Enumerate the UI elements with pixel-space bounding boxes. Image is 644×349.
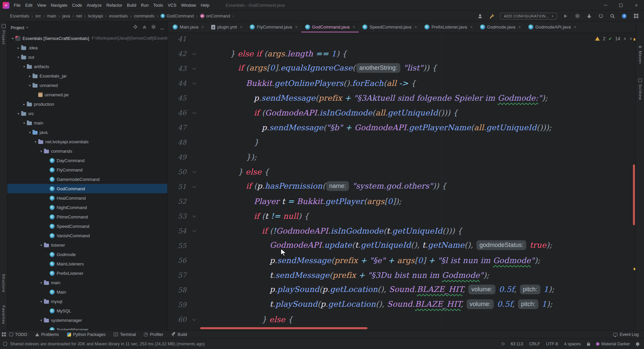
- toolwindow-button-terminal[interactable]: Terminal: [114, 332, 136, 337]
- debug-bug-icon[interactable]: [586, 13, 592, 19]
- tab-close-icon[interactable]: ×: [201, 24, 204, 30]
- toolwindow-button-todo[interactable]: TODO: [9, 332, 27, 337]
- tab-close-icon[interactable]: ×: [240, 24, 243, 30]
- tree-item-godcommand[interactable]: CGodCommand: [7, 184, 167, 193]
- tree-item-commands[interactable]: ▾commands: [7, 146, 167, 156]
- tab-flycommand-java[interactable]: CFlyCommand.java×: [246, 21, 301, 33]
- tab-close-icon[interactable]: ×: [518, 24, 521, 30]
- toolwindow-button-build[interactable]: Build: [171, 332, 187, 337]
- inspection-widget[interactable]: 2 ✔ 14 ∧ ∨: [595, 36, 632, 41]
- tree-arrow-icon[interactable]: ▾: [27, 131, 33, 134]
- fold-marker-icon[interactable]: [189, 185, 198, 188]
- code-line-60[interactable]: 60} else {: [168, 312, 630, 327]
- stripe-favorites-button[interactable]: Favorites: [2, 305, 6, 324]
- tree-arrow-icon[interactable]: ▾: [39, 300, 44, 303]
- code-line-54[interactable]: 54if (!GodmodeAPI.isInGodmode(t.getUniqu…: [168, 223, 630, 238]
- tree-arrow-icon[interactable]: ▾: [39, 318, 44, 322]
- tree-item-src[interactable]: ▾src: [7, 109, 167, 118]
- breadcrumb-essentials[interactable]: Essentials: [10, 14, 29, 18]
- code-line-43[interactable]: 43if (args[0].equalsIgnoreCase(anotherSt…: [168, 61, 630, 76]
- menu-item-refactor[interactable]: Refactor: [104, 0, 124, 11]
- tree-item-nightcommand[interactable]: CNightCommand: [7, 203, 167, 212]
- tree-item-production[interactable]: ▸production: [7, 99, 167, 109]
- code-line-41[interactable]: 41: [168, 33, 630, 46]
- menu-item-vcs[interactable]: VCS: [165, 0, 179, 11]
- tree-arrow-icon[interactable]: ▾: [39, 149, 44, 153]
- horizontal-scrollbar[interactable]: [200, 327, 367, 329]
- indent-setting[interactable]: 4 spaces: [564, 342, 581, 346]
- tree-item-unnamed-jar[interactable]: unnamed.jar: [7, 90, 167, 99]
- breadcrumb-oncommand[interactable]: monCommand: [200, 14, 230, 18]
- tab-godmodeapi-java[interactable]: CGodmodeAPI.java×: [525, 21, 580, 33]
- wrench-icon[interactable]: [488, 13, 495, 19]
- tree-arrow-icon[interactable]: ▾: [10, 37, 15, 40]
- theme-switcher[interactable]: Material Darker: [596, 342, 630, 346]
- tree-item-out[interactable]: ▾out: [7, 52, 167, 62]
- tree-arrow-icon[interactable]: ▾: [27, 84, 33, 87]
- tree-item-daycommand[interactable]: CDayCommand: [7, 156, 167, 165]
- toolwindow-button-python-packages[interactable]: Python Packages: [67, 332, 106, 337]
- tree-arrow-icon[interactable]: ▸: [16, 46, 21, 50]
- menu-item-analyze[interactable]: Analyze: [84, 0, 104, 11]
- tab-speedcommand-java[interactable]: CSpeedCommand.java×: [359, 21, 421, 33]
- tree-item-prefixlistener[interactable]: CPrefixListener: [7, 268, 167, 278]
- menu-item-view[interactable]: View: [35, 0, 49, 11]
- notifications-bell-icon[interactable]: [636, 342, 639, 345]
- tree-item-main[interactable]: ▾main: [7, 118, 167, 128]
- tree-item-essentials-jar[interactable]: ▸Essentials_jar: [7, 71, 167, 81]
- tree-arrow-icon[interactable]: ▾: [39, 281, 44, 285]
- code-editor[interactable]: 4142} else if (args.length == 1) {43if (…: [168, 33, 636, 330]
- close-icon[interactable]: ×: [629, 0, 644, 11]
- menu-item-window[interactable]: Window: [179, 0, 198, 11]
- tree-item-mysql[interactable]: CMySQL: [7, 306, 167, 315]
- tree-item-gamemodecommand[interactable]: CGamemodeCommand: [7, 174, 167, 184]
- collapse-all-icon[interactable]: [142, 24, 147, 31]
- toolwindow-switcher-icon[interactable]: [2, 332, 6, 337]
- breadcrumb-main[interactable]: main: [47, 14, 56, 18]
- breadcrumb-src[interactable]: src: [35, 14, 41, 18]
- code-line-46[interactable]: 46if (GodmodeAPI.isInGodmode(all.getUniq…: [168, 105, 630, 120]
- project-toolwindow-icon[interactable]: [2, 24, 6, 28]
- code-line-51[interactable]: 51if (p.hasPermission(name: "system.god.…: [168, 179, 630, 194]
- tree-item-listener[interactable]: ▾listener: [7, 240, 167, 250]
- tree-item-idea[interactable]: ▸.idea: [7, 43, 167, 52]
- error-stripe-mark[interactable]: [634, 38, 635, 41]
- menu-item-build[interactable]: Build: [125, 0, 139, 11]
- fold-marker-icon[interactable]: [189, 52, 198, 55]
- code-line-55[interactable]: 55GodmodeAPI.update(t.getUniqueId(), t.g…: [168, 238, 630, 253]
- menu-item-run[interactable]: Run: [138, 0, 151, 11]
- code-line-49[interactable]: 49});: [168, 150, 630, 164]
- tab-main-java[interactable]: CMain.java×: [169, 21, 208, 33]
- tree-item-systemmanager[interactable]: CSystemManager: [7, 325, 167, 330]
- menu-item-tools[interactable]: Tools: [151, 0, 165, 11]
- tree-arrow-icon[interactable]: ▾: [21, 121, 27, 125]
- ide-update-icon[interactable]: [621, 13, 628, 19]
- breadcrumb-commands[interactable]: commands: [134, 14, 155, 18]
- tree-item-flycommand[interactable]: CFlyCommand: [7, 165, 167, 174]
- stripe-structure-button[interactable]: Structure: [2, 274, 6, 293]
- add-configuration-button[interactable]: ADD CONFIGURATION... ▾: [500, 13, 557, 19]
- menu-item-code[interactable]: Code: [70, 0, 84, 11]
- breadcrumb-lvckyapi[interactable]: lvckyapi: [88, 14, 103, 18]
- tree-item-main[interactable]: CMain: [7, 287, 167, 297]
- tab-godmode-java[interactable]: CGodmode.java×: [476, 21, 525, 33]
- fold-marker-icon[interactable]: [189, 170, 198, 173]
- tree-arrow-icon[interactable]: ▾: [33, 140, 38, 144]
- next-issue-icon[interactable]: ∨: [629, 36, 632, 41]
- menu-item-help[interactable]: Help: [198, 0, 212, 11]
- tree-item-net-lvckyapi-essentials[interactable]: ▾net.lvckyapi.essentials: [7, 137, 167, 146]
- settings-gear-icon[interactable]: [574, 13, 581, 19]
- code-line-48[interactable]: 48}: [168, 135, 630, 150]
- error-stripe-mark[interactable]: [634, 268, 635, 270]
- fold-marker-icon[interactable]: [189, 230, 198, 232]
- fold-marker-icon[interactable]: [189, 67, 198, 70]
- tree-item-java[interactable]: ▾java: [7, 128, 167, 137]
- code-line-59[interactable]: 59t.playSound(p.getLocation(), Sound.BLA…: [168, 297, 630, 312]
- code-line-44[interactable]: 44Bukkit.getOnlinePlayers().forEach(all …: [168, 76, 630, 91]
- toolwindow-button-problems[interactable]: Problems: [35, 332, 59, 337]
- run-button[interactable]: [562, 13, 569, 19]
- caret-position[interactable]: 63:113: [511, 342, 523, 346]
- tab-prefixlistener-java[interactable]: CPrefixListener.java×: [421, 21, 476, 33]
- code-line-58[interactable]: 58p.playSound(p.getLocation(), Sound.BLA…: [168, 283, 630, 297]
- code-line-53[interactable]: 53if (t != null) {: [168, 209, 630, 223]
